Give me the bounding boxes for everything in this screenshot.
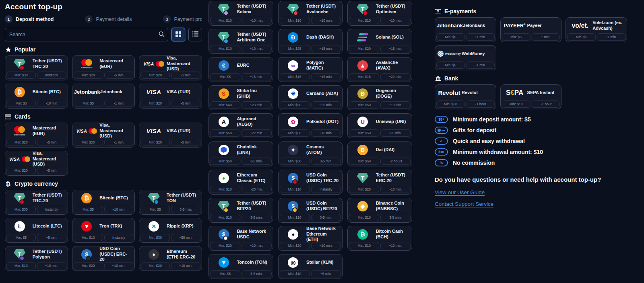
- min-amount: Min: $15: [280, 73, 310, 80]
- payment-method-name: Tether (USDT) Avalanche: [306, 4, 340, 15]
- card-uniswap-uni[interactable]: U Uniswap (UNI) Min: $50 3-5 min.: [347, 113, 412, 138]
- card-avalanche-avax[interactable]: ▲ Avalanche (AVAX) Min: $15 ~22 min.: [347, 57, 412, 82]
- processing-time: ~29 min.: [311, 101, 341, 109]
- processing-time: ~15 min.: [242, 73, 272, 80]
- card-top: Chainlink (LINK): [209, 142, 273, 158]
- card-visa-mastercard-usd[interactable]: VISA Visa, Mastercard (USD) Min: $20 ~1 …: [72, 123, 135, 148]
- card-tether-usdt-trc-20[interactable]: T Tether (USDT) TRC-20 Min: $30 Instantl…: [5, 55, 68, 80]
- card-eurc[interactable]: € EURC Min: $5 ~15 min.: [208, 57, 273, 82]
- card-visa-mastercard-usd[interactable]: VISA Visa, Mastercard (USD) Min: $20 ~1 …: [139, 55, 202, 80]
- contact-support-link[interactable]: Contact Support Service: [435, 201, 493, 207]
- card-ethereum-classic-etc[interactable]: ♦ Ethereum Classic (ETC) Min: $10 ~20 mi…: [208, 170, 273, 195]
- card-chainlink-link[interactable]: Chainlink (LINK) Min: $50 3-5 min.: [208, 142, 273, 166]
- card-tether-usdt-erc-20[interactable]: T Tether (USDT) ERC-20 Min: $20 ~10 min.: [347, 170, 412, 195]
- card-tether-usdt-ton[interactable]: T Tether (USDT) TON Min: $5 3-5 min.: [139, 190, 202, 215]
- section-cards: Cards mastercard Mastercard (EUR) Min: $…: [5, 113, 202, 176]
- card-bottom: Min: $20 ~5 min.: [139, 100, 202, 108]
- card-dash-dash[interactable]: Ð Dash (DASH) Min: $25 ~15 min.: [278, 29, 343, 54]
- card-base-network-ethereum-eth[interactable]: ♦ Base Network Ethereum (ETH) Min: $20 ~…: [278, 226, 343, 251]
- card-bitcoin-btc[interactable]: ₿ Bitcoin (BTC) Min: $5 ~10 min.: [5, 84, 68, 109]
- card-cosmos-atom[interactable]: ✦ Cosmos (ATOM) Min: $50 3-5 min.: [278, 142, 343, 166]
- payment-method-name: Jetonbank: [463, 23, 493, 29]
- card-bottom: Min: $20 ~5 min.: [5, 167, 68, 175]
- payment-method-name: Visa, Mastercard (USD): [33, 151, 65, 167]
- card-shiba-inu-shib[interactable]: S Shiba Inu (SHIB) Min: $40 ~23 min.: [208, 85, 273, 110]
- card-cardano-ada[interactable]: ✳ Cardano (ADA) Min: $50 ~29 min.: [278, 85, 343, 110]
- processing-time: 3-5 min.: [242, 158, 272, 165]
- webmoney-globe-icon: [438, 51, 444, 57]
- dash-icon: Ð: [288, 32, 298, 43]
- card-visa-eur[interactable]: VISA VISA (EUR) Min: $20 ~5 min.: [139, 84, 202, 109]
- processing-time: ~15 min.: [311, 73, 341, 80]
- card-usd-coin-usdc-trc-20[interactable]: $ USD Coin (USDC) TRC-20 Min: $10 Instan…: [278, 170, 343, 195]
- card-tether-usdt-trc-20[interactable]: T Tether (USDT) TRC-20 Min: $30 Instantl…: [5, 190, 68, 215]
- card-tether-usdt-optimism[interactable]: T Tether (USDT) Optimism Min: $10 ~10 mi…: [347, 1, 412, 26]
- ripple-icon: ✕: [149, 221, 159, 232]
- card-polygon-matic[interactable]: ∞ Polygon (MATIC) Min: $15 ~15 min.: [278, 57, 343, 82]
- card-ethereum-eth-erc-20[interactable]: ♦ Ethereum (ETH) ERC-20 Min: $20 ~10 min…: [139, 246, 202, 271]
- card-top: T Tether (USDT) Solana: [209, 1, 273, 17]
- user-guide-link[interactable]: View our User Guide: [435, 189, 485, 195]
- payment-method-name: Cardano (ADA): [306, 91, 340, 96]
- card-bitcoin-cash-bch[interactable]: ₿ Bitcoin Cash (BCH) Min: $10 ~10 min.: [347, 226, 412, 251]
- card-base-network-usdc[interactable]: $ Base Network USDC Min: $20 ~10 min.: [208, 226, 273, 251]
- payment-method-name: Mastercard (EUR): [33, 125, 65, 137]
- grid-view-button[interactable]: [171, 28, 185, 41]
- card-toncoin-ton[interactable]: ▼ Toncoin (TON) Min: $5 3-5 min.: [208, 254, 273, 279]
- cosmos-icon: ✦: [288, 145, 298, 155]
- card-mastercard-eur[interactable]: mastercard Mastercard (EUR) Min: $20 ~5 …: [72, 55, 135, 80]
- step-deposit-method[interactable]: 1 Deposit method: [5, 15, 54, 23]
- card-usd-coin-usdc-bep20[interactable]: $ USD Coin (USDC) BEP20 Min: $10 3-5 min…: [278, 198, 343, 223]
- card-sepa-instant[interactable]: S€PA SEPA Instant Min: $10 ~1 hour: [500, 84, 562, 109]
- card-ripple-xrp[interactable]: ✕ Ripple (XRP) Min: $30 ~58 min.: [139, 218, 202, 243]
- card-dogecoin-doge[interactable]: Ð Dogecoin (DOGE) Min: $50 ~19 min.: [347, 85, 412, 110]
- card-usd-coin-usdc-erc-20[interactable]: $ USD Coin (USDC) ERC-20 Min: $20 ~10 mi…: [72, 246, 135, 271]
- card-solana-sol[interactable]: Solana (SOL) Min: $20 ~15 min.: [347, 29, 412, 54]
- processing-time: ~15 min.: [311, 45, 341, 52]
- card-top: Solana (SOL): [348, 29, 412, 45]
- card-tron-trx[interactable]: ▼ Tron (TRX) Min: $10 Instantly: [72, 218, 135, 243]
- card-tether-usdt-bep20[interactable]: T Tether (USDT) BEP20 Min: $10 3-5 min.: [208, 198, 273, 223]
- tether-usdt-bep20-icon: T: [218, 201, 229, 211]
- card-visa-mastercard-usd[interactable]: VISA Visa, Mastercard (USD) Min: $20 ~5 …: [5, 151, 68, 176]
- card-bottom: Min: $10 ~20 min.: [209, 186, 273, 194]
- base-usdc-icon: $: [219, 229, 229, 240]
- min-amount: Min: $20: [280, 242, 310, 249]
- card-tether-usdt-avalanche[interactable]: T Tether (USDT) Avalanche Min: $10 ~10 m…: [278, 1, 343, 26]
- card-payeer[interactable]: PAYEER® Payeer Min: $5 1 min.: [500, 17, 562, 42]
- card-bitcoin-btc[interactable]: ₿ Bitcoin (BTC) Min: $5 ~10 min.: [72, 190, 135, 215]
- card-tether-usdt-polygon[interactable]: T Tether (USDT) Polygon Min: $10 ~10 min…: [5, 246, 68, 271]
- step-payment-process[interactable]: 3 Payment proces: [163, 15, 202, 23]
- card-bottom: Min: $10 3-5 min.: [348, 214, 412, 222]
- card-tether-usdt-arbitrum-one[interactable]: T Tether (USDT) Arbitrum One Min: $10 ~1…: [208, 29, 273, 54]
- card-algorand-algo[interactable]: A Algorand (ALGO) Min: $50 ~22 min.: [208, 113, 273, 138]
- search-input[interactable]: [5, 28, 168, 41]
- card-revolut[interactable]: Revolut Revolut Min: $50 ~1 hour: [435, 84, 496, 109]
- card-tether-usdt-solana[interactable]: T Tether (USDT) Solana Min: $10 ~10 min.: [208, 1, 273, 26]
- tether-usdt-polygon-icon: T: [14, 249, 25, 260]
- card-webmoney[interactable]: WebMoney WebMoney Min: $5 ~1 min.: [435, 45, 496, 70]
- feature-item: $5+ Minimum deposit amount: $5: [435, 116, 627, 123]
- section-popular: Popular T Tether (USDT) TRC-20 Min: $30 …: [5, 46, 202, 109]
- payment-method-name: USD Coin (USDC) TRC-20: [306, 172, 340, 184]
- step-payment-details[interactable]: 2 Payment details: [85, 15, 132, 23]
- payment-method-name: Uniswap (UNI): [376, 119, 409, 125]
- card-jetonbank[interactable]: Jetonbank Jetonbank Min: $5 ~1 min.: [72, 84, 135, 109]
- card-visa-eur[interactable]: VISA VISA (EUR) Min: $20 ~5 min.: [139, 123, 202, 148]
- card-jetonbank[interactable]: Jetonbank Jetonbank Min: $5 ~1 min.: [435, 17, 496, 42]
- card-bottom: Min: $50 ~16 min.: [279, 129, 343, 138]
- cardano-icon: ✳: [288, 88, 298, 99]
- card-volet-com-ex-advcash[interactable]: vo/et. Volet.com (ex. Advcash) Min: $5 ~…: [566, 17, 627, 42]
- card-dai-dai[interactable]: Ð Dai (DAI) Min: $50 ~2 hours: [347, 142, 412, 166]
- card-binance-coin-bnbbsc[interactable]: ◆ Binance Coin (BNBBSC) Min: $10 3-5 min…: [347, 198, 412, 223]
- card-litecoin-ltc[interactable]: Ł Litecoin (LTC) Min: $5 ~5 min.: [5, 218, 68, 243]
- processing-time: ~10 min.: [311, 242, 341, 249]
- feature-text: Gifts for deposit: [453, 127, 496, 133]
- card-top: Revolut Revolut: [435, 85, 496, 100]
- card-bottom: Min: $20 ~10 min.: [279, 242, 343, 250]
- card-polkadot-dot[interactable]: ✿ Polkadot (DOT) Min: $50 ~16 min.: [278, 113, 343, 138]
- payment-method-name: Payeer: [527, 23, 559, 29]
- list-view-button[interactable]: [188, 28, 202, 41]
- card-stellar-xlm[interactable]: ◎ Stellar (XLM) Min: $10 ~5 min.: [278, 254, 343, 279]
- card-mastercard-eur[interactable]: mastercard Mastercard (EUR) Min: $20 ~5 …: [5, 123, 68, 148]
